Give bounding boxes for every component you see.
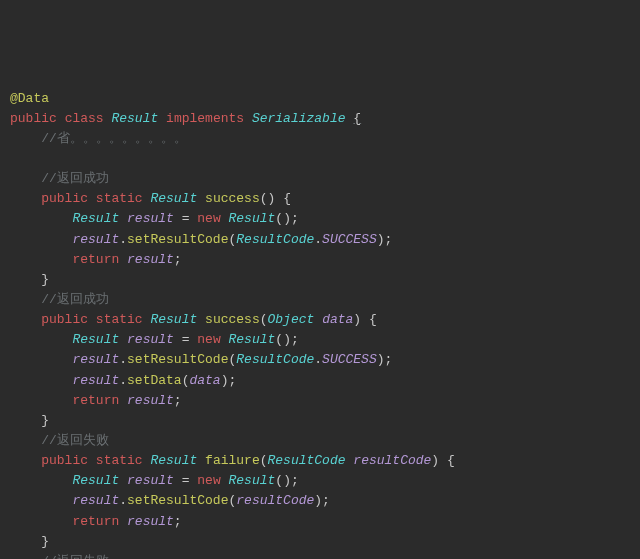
type-object: Object: [268, 312, 315, 327]
dot: .: [119, 493, 127, 508]
paren-close: ): [283, 332, 291, 347]
type-resultcode: ResultCode: [236, 232, 314, 247]
comment-success-1: //返回成功: [41, 171, 109, 186]
dot: .: [314, 232, 322, 247]
type-result: Result: [150, 453, 197, 468]
semi: ;: [385, 352, 393, 367]
method-setData: setData: [127, 373, 182, 388]
brace-close: }: [41, 534, 49, 549]
method-setResultCode: setResultCode: [127, 493, 228, 508]
type-result: Result: [229, 332, 276, 347]
var-data: data: [189, 373, 220, 388]
method-setResultCode: setResultCode: [127, 352, 228, 367]
brace-open: {: [447, 453, 455, 468]
const-success: SUCCESS: [322, 352, 377, 367]
kw-new: new: [197, 211, 220, 226]
paren-close: ): [377, 352, 385, 367]
comment-omit: //省: [41, 131, 70, 146]
paren-close: ): [353, 312, 361, 327]
brace-open: {: [353, 111, 361, 126]
dot: .: [119, 232, 127, 247]
comment-failure-2: //返回失败: [41, 554, 109, 559]
method-failure: failure: [205, 453, 260, 468]
dot: .: [119, 373, 127, 388]
comment-failure-1: //返回失败: [41, 433, 109, 448]
annotation-data: @Data: [10, 91, 49, 106]
paren-open: (: [275, 211, 283, 226]
paren-close: ): [377, 232, 385, 247]
kw-public: public: [41, 312, 88, 327]
method-success: success: [205, 312, 260, 327]
var-result: result: [127, 473, 174, 488]
type-result: Result: [111, 111, 158, 126]
kw-static: static: [96, 191, 143, 206]
dot: .: [119, 352, 127, 367]
code-viewer: @Data public class Result implements Ser…: [10, 89, 630, 559]
semi: ;: [174, 393, 182, 408]
comment-success-2: //返回成功: [41, 292, 109, 307]
param-resultCode: resultCode: [353, 453, 431, 468]
semi: ;: [174, 514, 182, 529]
param-data: data: [322, 312, 353, 327]
var-result: result: [72, 493, 119, 508]
semi: ;: [322, 493, 330, 508]
paren-open: (: [260, 191, 268, 206]
paren-open: (: [260, 312, 268, 327]
kw-public: public: [41, 453, 88, 468]
paren-close: ): [283, 473, 291, 488]
kw-new: new: [197, 473, 220, 488]
brace-open: {: [369, 312, 377, 327]
type-result: Result: [150, 191, 197, 206]
semi: ;: [174, 252, 182, 267]
comment-dots: 。。。。。。。。。: [70, 131, 187, 146]
var-resultCode: resultCode: [236, 493, 314, 508]
var-result: result: [127, 211, 174, 226]
var-result: result: [127, 252, 174, 267]
paren-open: (: [275, 473, 283, 488]
var-result: result: [72, 352, 119, 367]
op-eq: =: [182, 473, 190, 488]
kw-static: static: [96, 312, 143, 327]
op-eq: =: [182, 211, 190, 226]
paren-open: (: [275, 332, 283, 347]
semi: ;: [385, 232, 393, 247]
type-result: Result: [150, 312, 197, 327]
paren-open: (: [260, 453, 268, 468]
var-result: result: [127, 332, 174, 347]
kw-public: public: [41, 191, 88, 206]
var-result: result: [127, 514, 174, 529]
type-resultcode: ResultCode: [268, 453, 346, 468]
paren-close: ): [431, 453, 439, 468]
type-result: Result: [229, 211, 276, 226]
method-success: success: [205, 191, 260, 206]
brace-close: }: [41, 272, 49, 287]
type-result: Result: [72, 332, 119, 347]
kw-new: new: [197, 332, 220, 347]
const-success: SUCCESS: [322, 232, 377, 247]
kw-return: return: [72, 252, 119, 267]
var-result: result: [72, 373, 119, 388]
paren-close: ): [283, 211, 291, 226]
type-result: Result: [72, 211, 119, 226]
semi: ;: [291, 332, 299, 347]
kw-class: class: [65, 111, 104, 126]
method-setResultCode: setResultCode: [127, 232, 228, 247]
dot: .: [314, 352, 322, 367]
var-result: result: [127, 393, 174, 408]
kw-return: return: [72, 514, 119, 529]
type-resultcode: ResultCode: [236, 352, 314, 367]
paren-close: ): [268, 191, 276, 206]
kw-implements: implements: [166, 111, 244, 126]
paren-close: ): [314, 493, 322, 508]
type-serializable: Serializable: [252, 111, 346, 126]
kw-return: return: [72, 393, 119, 408]
type-result: Result: [72, 473, 119, 488]
kw-public: public: [10, 111, 57, 126]
var-result: result: [72, 232, 119, 247]
semi: ;: [291, 473, 299, 488]
paren-close: ): [221, 373, 229, 388]
brace-open: {: [283, 191, 291, 206]
op-eq: =: [182, 332, 190, 347]
semi: ;: [291, 211, 299, 226]
type-result: Result: [229, 473, 276, 488]
